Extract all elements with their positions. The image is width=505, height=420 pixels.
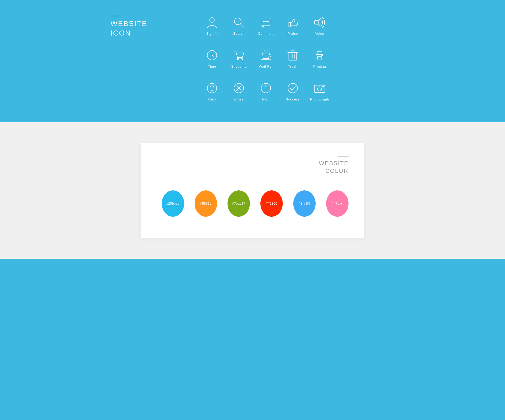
- color-circle-1: #ff931e: [195, 190, 217, 217]
- info-icon: [259, 82, 272, 95]
- success-label: Success: [286, 97, 300, 101]
- color-circle-3: #ff2800: [260, 190, 283, 217]
- svg-point-25: [212, 90, 213, 91]
- icon-item-praise: Praise: [283, 16, 302, 36]
- comment-label: Comment: [258, 32, 274, 36]
- icon-item-trash: Trash: [283, 49, 302, 68]
- svg-point-23: [322, 55, 323, 56]
- icon-item-wait-for: Wait For: [256, 49, 275, 68]
- website-color-title: WEBSITE COLOR: [156, 156, 349, 175]
- wait-for-icon: [259, 49, 272, 62]
- shopping-icon: [232, 49, 245, 62]
- svg-line-2: [240, 24, 244, 27]
- top-section: WEBSITE ICON Sign in: [0, 0, 505, 122]
- icon-item-sign-in: Sign in: [203, 16, 221, 36]
- color-circle-0: #25bbed: [162, 190, 184, 217]
- icon-item-printing: Printing: [310, 49, 329, 68]
- icon-item-comment: Comment: [256, 16, 275, 36]
- bottom-section: [0, 259, 505, 311]
- trash-label: Trash: [288, 64, 297, 68]
- svg-point-34: [317, 87, 322, 91]
- comment-icon: [259, 16, 272, 29]
- color-circle-4: #3fa9f5: [293, 190, 316, 217]
- help-icon: [205, 82, 219, 95]
- icon-item-shopping: Shopping: [229, 49, 248, 68]
- help-label: Help: [208, 97, 216, 101]
- svg-rect-7: [315, 21, 318, 24]
- voice-icon: [313, 16, 326, 29]
- middle-section: WEBSITE COLOR #25bbed#ff931e#7baa17#ff28…: [0, 122, 505, 259]
- svg-line-11: [212, 55, 214, 57]
- color-circle-5: #ff7bac: [326, 190, 349, 217]
- svg-point-5: [265, 21, 266, 22]
- title-line: [110, 16, 121, 16]
- shopping-label: Shopping: [231, 64, 247, 68]
- success-icon: [286, 82, 299, 95]
- color-circles-container: #25bbed#ff931e#7baa17#ff2800#3fa9f5#ff7b…: [156, 190, 349, 217]
- sign-in-icon: [205, 16, 219, 29]
- close-label: Close: [234, 97, 244, 101]
- svg-point-0: [210, 18, 214, 22]
- icon-item-close: Close: [229, 82, 248, 101]
- page-title: WEBSITE ICON: [110, 19, 147, 38]
- svg-point-35: [322, 86, 324, 87]
- icon-item-photograph: Photograph: [310, 82, 329, 101]
- svg-point-13: [241, 58, 243, 60]
- time-icon: [205, 49, 219, 62]
- svg-point-30: [265, 86, 266, 87]
- icons-grid: Sign in Search: [203, 16, 329, 101]
- time-label: Time: [208, 64, 216, 68]
- sign-in-label: Sign in: [206, 32, 218, 36]
- photograph-label: Photograph: [310, 97, 329, 101]
- photograph-icon: [313, 82, 326, 95]
- close-icon: [232, 82, 245, 95]
- color-title-line: [338, 156, 349, 157]
- svg-marker-8: [318, 18, 321, 26]
- icon-item-info: Info.: [256, 82, 275, 101]
- praise-label: Praise: [287, 32, 298, 36]
- icon-item-success: Success: [283, 82, 302, 101]
- svg-point-4: [263, 21, 264, 22]
- icon-item-help: Help: [203, 82, 221, 101]
- svg-point-32: [288, 83, 297, 93]
- svg-point-6: [267, 21, 269, 22]
- info-label: Info.: [262, 97, 270, 101]
- svg-point-12: [237, 58, 239, 60]
- printing-icon: [313, 49, 326, 62]
- printing-label: Printing: [313, 64, 326, 68]
- website-icon-title: WEBSITE ICON: [110, 16, 147, 88]
- voice-label: Voice: [315, 32, 324, 36]
- white-card: WEBSITE COLOR #25bbed#ff931e#7baa17#ff28…: [141, 143, 364, 238]
- icon-item-search: Search: [229, 16, 248, 36]
- svg-point-1: [234, 18, 241, 25]
- color-circle-2: #7baa17: [228, 190, 250, 217]
- search-label: Search: [233, 32, 245, 36]
- wait-for-label: Wait For: [259, 64, 273, 68]
- svg-rect-22: [317, 57, 322, 59]
- icon-item-voice: Voice: [310, 16, 329, 36]
- praise-icon: [286, 16, 299, 29]
- icon-item-time: Time: [203, 49, 221, 68]
- search-icon: [232, 16, 245, 29]
- color-title: WEBSITE COLOR: [156, 160, 349, 175]
- trash-icon: [286, 49, 299, 62]
